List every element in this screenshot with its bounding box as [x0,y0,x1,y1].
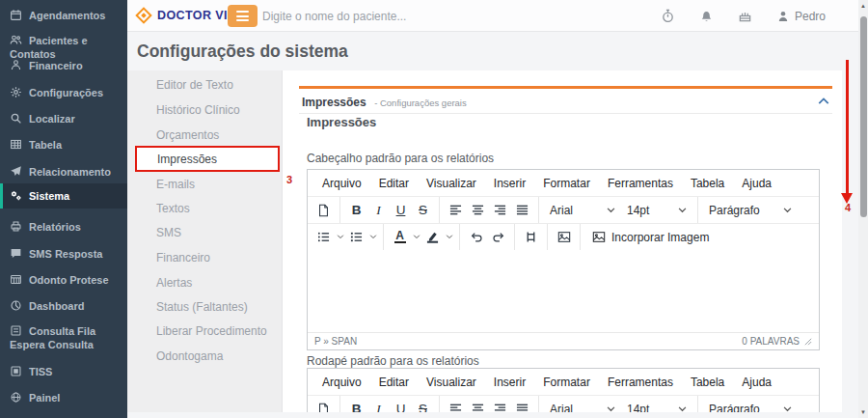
strikethrough-button[interactable]: S [412,398,434,413]
bold-button[interactable]: B [345,199,367,222]
paragraph-style-select[interactable]: Parágrafo [703,403,798,413]
sidebar-item-relacionamento[interactable]: Relacionamento [0,159,127,184]
submenu-item-textos[interactable]: Textos [127,197,283,221]
menu-ferramentas[interactable]: Ferramentas [599,376,682,389]
font-family-select[interactable]: Arial [544,204,621,217]
submenu-item-status-faltantes[interactable]: Status (Faltantes) [127,295,283,320]
sidebar-item-tiss[interactable]: TISS [0,359,127,384]
menu-ajuda[interactable]: Ajuda [733,177,780,190]
bullet-list-dropdown[interactable] [335,235,345,239]
sidebar-item-tabela[interactable]: Tabela [0,132,127,157]
menu-formatar[interactable]: Formatar [534,376,599,389]
sidebar-item-label: SMS Resposta [29,248,102,260]
sidebar-item-configuracoes[interactable]: Configurações [0,80,127,105]
numbered-list-icon [350,231,363,243]
bell-icon[interactable] [699,9,714,23]
user-menu[interactable]: Pedro [776,10,826,23]
scroll-down-arrow[interactable]: ▼ [858,409,868,415]
patient-search-input[interactable] [262,5,503,27]
text-color-dropdown[interactable] [411,235,421,239]
chevron-down-icon [678,406,687,412]
users-icon [10,34,22,46]
submenu-item-editor-de-texto[interactable]: Editor de Texto [127,73,283,98]
scrollbar-thumb[interactable] [860,16,867,217]
page-break-button[interactable] [520,226,542,249]
bold-button[interactable]: B [345,398,367,413]
align-right-button[interactable] [489,199,511,222]
new-document-button[interactable] [312,398,335,413]
submenu-item-financeiro[interactable]: Financeiro [127,246,283,270]
scroll-up-arrow[interactable]: ▲ [858,3,868,9]
sidebar-item-financeiro[interactable]: Financeiro [0,53,127,78]
submenu-item-sms[interactable]: SMS [127,221,283,245]
image-icon [592,231,606,243]
hamburger-menu-button[interactable] [228,5,258,27]
underline-button[interactable]: U [390,398,412,413]
sidebar-item-sms-resposta[interactable]: SMS Resposta [0,241,127,266]
text-color-button[interactable]: A [389,226,411,249]
italic-button[interactable]: I [367,199,390,222]
highlight-color-button[interactable] [421,226,444,249]
redo-button[interactable] [487,226,509,249]
chevron-down-icon [783,208,792,213]
submenu-item-orcamentos[interactable]: Orçamentos [127,124,283,148]
submenu-item-emails[interactable]: E-mails [127,173,283,197]
undo-button[interactable] [465,226,487,249]
sidebar-item-agendamentos[interactable]: Agendamentos [0,3,127,28]
sidebar-item-consulta-fila[interactable]: Consulta Fila Espera Consulta [0,319,127,357]
menu-visualizar[interactable]: Visualizar [418,376,485,389]
underline-button[interactable]: U [390,199,412,222]
align-right-button[interactable] [489,398,511,413]
align-left-button[interactable] [445,199,467,222]
font-size-select[interactable]: 14pt [621,403,692,413]
menu-arquivo[interactable]: Arquivo [313,177,370,190]
menu-editar[interactable]: Editar [370,177,418,190]
menu-inserir[interactable]: Inserir [485,177,534,190]
justify-button[interactable] [511,199,533,222]
align-center-button[interactable] [467,398,489,413]
menu-ajuda[interactable]: Ajuda [733,376,780,389]
sidebar-item-sistema[interactable]: Sistema [0,183,127,209]
highlight-color-dropdown[interactable] [444,235,454,239]
italic-button[interactable]: I [367,398,390,413]
font-family-select[interactable]: Arial [544,403,621,413]
font-size-select[interactable]: 14pt [621,204,692,217]
submenu-item-odontogama[interactable]: Odontogama [127,345,283,369]
stopwatch-icon[interactable] [661,9,675,23]
sidebar-item-label: Configurações [29,87,103,98]
align-center-button[interactable] [467,199,489,222]
menu-ferramentas[interactable]: Ferramentas [599,177,682,190]
align-left-button[interactable] [445,398,467,413]
submenu-item-liberar-procedimento[interactable]: Liberar Procedimento [127,320,283,344]
sidebar-item-odonto-protese[interactable]: Odonto Protese [0,267,127,293]
submenu-item-impressoes-active[interactable]: Impressões [135,146,280,172]
menu-editar[interactable]: Editar [370,376,418,389]
birthday-cake-icon[interactable] [738,9,752,23]
numbered-list-dropdown[interactable] [367,235,378,239]
annotation-step-3: 3 [286,174,292,185]
sidebar-item-painel[interactable]: Painel [0,385,127,410]
insert-image-button[interactable] [553,226,575,249]
new-document-button[interactable] [312,199,335,222]
sidebar-item-localizar[interactable]: Localizar [0,106,127,131]
submenu-item-historico-clinico[interactable]: Histórico Clínico [127,98,283,123]
submenu-item-alertas[interactable]: Alertas [127,271,283,295]
editor-content-area[interactable] [308,250,819,332]
menu-tabela[interactable]: Tabela [682,376,733,389]
menu-visualizar[interactable]: Visualizar [418,177,485,190]
menu-inserir[interactable]: Inserir [485,376,534,389]
embed-image-button[interactable]: Incorporar Imagem [585,231,716,244]
justify-button[interactable] [511,398,533,413]
chevron-up-icon[interactable] [818,97,829,105]
resize-handle-icon[interactable] [804,338,812,346]
strikethrough-button[interactable]: S [412,199,434,222]
numbered-list-button[interactable] [345,226,367,249]
paragraph-style-select[interactable]: Parágrafo [703,204,798,217]
menu-tabela[interactable]: Tabela [682,177,733,190]
menu-formatar[interactable]: Formatar [534,177,599,190]
sidebar-item-dashboard[interactable]: Dashboard [0,293,127,319]
menu-arquivo[interactable]: Arquivo [313,376,370,389]
align-left-icon [449,403,462,412]
bullet-list-button[interactable] [312,226,335,249]
sidebar-item-relatorios[interactable]: Relatórios [0,214,127,239]
